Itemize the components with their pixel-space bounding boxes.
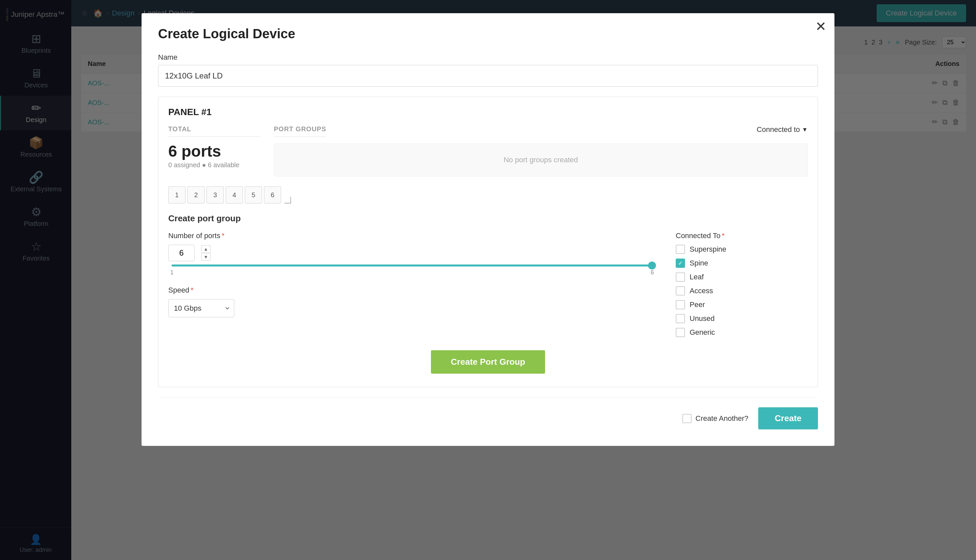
modal-footer: Create Another? Create	[158, 397, 818, 429]
step-down-button[interactable]: ▼	[201, 253, 210, 260]
no-groups-text: No port groups created	[504, 156, 578, 164]
cb-spine-box: ✓	[676, 258, 685, 268]
modal-close-button[interactable]: ✕	[815, 20, 826, 33]
slider-max-label: 6	[651, 269, 654, 276]
num-ports-required: *	[222, 232, 225, 240]
panel-groups-col: PORT GROUPS Connected to ▼ No port group…	[274, 125, 808, 177]
ports-slider-container: 1 6	[168, 265, 656, 276]
total-ports-value: 6 ports	[168, 143, 261, 159]
dot-separator: ●	[202, 161, 206, 168]
cb-peer-label: Peer	[690, 300, 705, 309]
panel-columns: TOTAL 6 ports 0 assigned ● 6 available P…	[168, 125, 808, 177]
modal-create-button[interactable]: Create	[758, 407, 818, 429]
cb-generic-box	[676, 328, 685, 337]
total-col-header: TOTAL	[168, 125, 261, 137]
checkbox-superspine[interactable]: Superspine	[676, 245, 808, 254]
cb-peer-box	[676, 300, 685, 309]
no-groups-message: No port groups created	[274, 143, 808, 177]
num-ports-input[interactable]	[168, 245, 195, 261]
connected-to-label: Connected to	[757, 125, 800, 134]
slider-labels: 1 6	[168, 269, 656, 276]
connected-to-required: *	[722, 232, 724, 240]
connected-caret-icon: ▼	[802, 126, 808, 133]
speed-required: *	[191, 286, 194, 294]
port-4[interactable]: 4	[226, 186, 243, 203]
pg-form-right: Connected To* Superspine ✓ S	[676, 232, 808, 337]
pg-form-row: Number of ports* ▲ ▼	[168, 232, 808, 337]
number-input-row: ▲ ▼	[168, 245, 656, 261]
speed-select[interactable]: 10 Gbps 1 Gbps 25 Gbps 40 Gbps 100 Gbps	[168, 299, 234, 317]
cb-access-label: Access	[690, 287, 713, 295]
checkbox-leaf[interactable]: Leaf	[676, 272, 808, 282]
available-count: 6 available	[208, 161, 240, 168]
checkbox-spine[interactable]: ✓ Spine	[676, 258, 808, 268]
cb-superspine-box	[676, 245, 685, 254]
create-port-group-section: Create port group Number of ports* ▲	[168, 213, 808, 374]
cb-superspine-label: Superspine	[690, 245, 726, 253]
name-label: Name	[158, 53, 818, 62]
speed-label: Speed*	[168, 286, 656, 295]
cb-leaf-label: Leaf	[690, 273, 704, 281]
stepper-buttons: ▲ ▼	[201, 245, 210, 260]
port-grid: 1 2 3 4 5 6	[168, 186, 808, 203]
total-sub-text: 0 assigned ● 6 available	[168, 161, 261, 169]
panel-title: PANEL #1	[168, 107, 808, 117]
num-ports-label: Number of ports*	[168, 232, 656, 240]
create-pg-title: Create port group	[168, 213, 808, 223]
port-1[interactable]: 1	[168, 186, 185, 203]
slider-thumb[interactable]	[648, 262, 656, 270]
connected-to-field-label: Connected To*	[676, 232, 808, 240]
cb-leaf-box	[676, 272, 685, 282]
port-3[interactable]: 3	[207, 186, 224, 203]
slider-fill	[172, 265, 652, 267]
create-port-group-button[interactable]: Create Port Group	[431, 350, 545, 374]
cb-generic-label: Generic	[690, 328, 715, 337]
checkbox-unused[interactable]: Unused	[676, 314, 808, 323]
connected-to-checkboxes: Superspine ✓ Spine Leaf	[676, 245, 808, 337]
step-up-button[interactable]: ▲	[201, 245, 210, 253]
name-input[interactable]	[158, 65, 818, 87]
modal-overlay: ✕ Create Logical Device Name PANEL #1 TO…	[0, 0, 976, 560]
cb-access-box	[676, 286, 685, 295]
slider-track	[172, 265, 652, 267]
port-corner-icon	[284, 197, 291, 203]
create-another-checkbox[interactable]	[682, 414, 692, 423]
create-another-row[interactable]: Create Another?	[682, 414, 748, 423]
checkbox-peer[interactable]: Peer	[676, 300, 808, 309]
cb-unused-label: Unused	[690, 314, 715, 323]
port-5[interactable]: 5	[245, 186, 262, 203]
slider-min-label: 1	[170, 269, 174, 276]
panel-section: PANEL #1 TOTAL 6 ports 0 assigned ● 6 av…	[158, 97, 818, 387]
connected-to-dropdown[interactable]: Connected to ▼	[757, 125, 808, 134]
pg-form-left: Number of ports* ▲ ▼	[168, 232, 656, 337]
panel-total-col: TOTAL 6 ports 0 assigned ● 6 available	[168, 125, 261, 177]
create-another-label: Create Another?	[696, 414, 748, 423]
name-form-group: Name	[158, 53, 818, 87]
checkbox-access[interactable]: Access	[676, 286, 808, 295]
port-2[interactable]: 2	[187, 186, 205, 203]
create-logical-device-modal: ✕ Create Logical Device Name PANEL #1 TO…	[142, 13, 834, 446]
port-6[interactable]: 6	[264, 186, 281, 203]
cb-spine-checkmark: ✓	[678, 260, 683, 267]
cb-unused-box	[676, 314, 685, 323]
modal-title: Create Logical Device	[158, 27, 818, 41]
groups-col-header: PORT GROUPS	[274, 125, 326, 137]
assigned-count: 0 assigned	[168, 161, 200, 168]
checkbox-generic[interactable]: Generic	[676, 328, 808, 337]
cb-spine-label: Spine	[690, 259, 708, 267]
